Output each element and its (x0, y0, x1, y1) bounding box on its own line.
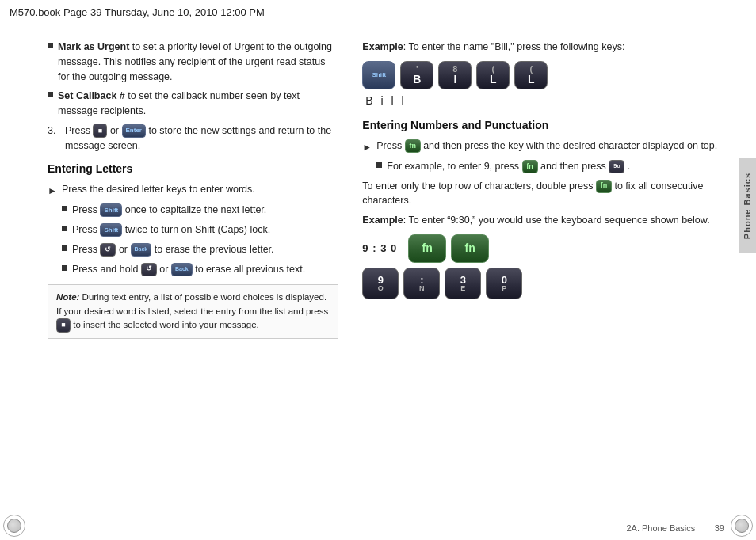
big-key-9o-bot: O (378, 285, 384, 292)
note-text-1: During text entry, a list of possible wo… (56, 292, 328, 315)
nine-o-key: 9o (609, 160, 624, 173)
arrow-text-1: Press the desired letter keys to enter w… (62, 182, 255, 197)
bullet-sq-s3 (62, 245, 67, 251)
sub-bullet-erase-prev: Press ↺ or Back to erase the previous le… (62, 242, 338, 257)
big-key-colon-bot: N (419, 285, 425, 292)
back-arrow-key-1: ↺ (100, 243, 116, 257)
main-content: Mark as Urgent to set a priority level o… (0, 25, 739, 515)
right-column: Example: To enter the name "Bill," press… (354, 33, 739, 507)
big-key-3e-top: 3 (460, 275, 466, 285)
bill-keys-row: Shift ' B 8 I ( L ( L (362, 61, 723, 89)
note-text-2: to insert the selected word into your me… (73, 320, 259, 329)
sub-bullets: Press Shift once to capitalize the next … (48, 203, 338, 276)
bullet-callback-bold: Set Callback # (58, 90, 125, 101)
double-press-fn-para: To enter only the top row of characters,… (362, 179, 723, 209)
shift-key-twice: Shift (100, 223, 122, 237)
big-key-3e: 3 E (445, 268, 481, 299)
step-3-text: Press ■ or Enter to store the new settin… (65, 124, 338, 154)
bill-display: B i l l (365, 93, 723, 109)
step-3-square-key: ■ (93, 124, 107, 138)
bullet-sq-fn (376, 162, 382, 168)
bill-key-b-main: B (413, 74, 421, 85)
shift-key-once: Shift (100, 203, 122, 217)
bill-key-b: ' B (400, 61, 433, 89)
step-3-press: Press (65, 125, 90, 136)
side-tab-label: Phone Basics (743, 173, 752, 239)
fn-key-large-2: fn (451, 234, 489, 263)
header-bar: M570.book Page 39 Thursday, June 10, 201… (0, 0, 756, 25)
bullet-sq-s1 (62, 206, 67, 211)
example-bill-bold: Example (362, 41, 403, 52)
bill-key-l2-main: L (528, 74, 535, 85)
bullet-urgent-text: Mark as Urgent to set a priority level o… (58, 40, 338, 84)
bill-key-l1: ( L (476, 61, 510, 89)
big-key-colon-n: : N (403, 268, 440, 299)
big-key-colon-top: : (420, 275, 423, 285)
bill-key-i-main: I (453, 74, 456, 85)
arrow-item-1: ► Press the desired letter keys to enter… (48, 182, 338, 198)
big-key-9o: 9 O (362, 268, 399, 299)
bill-key-i: 8 I (438, 61, 472, 89)
back-key-1: Back (131, 243, 152, 257)
bullet-mark-urgent: Mark as Urgent to set a priority level o… (48, 40, 338, 84)
big-key-9o-top: 9 (378, 275, 384, 285)
arrow-sym-1: ► (48, 184, 57, 198)
seq-row-1: 9 : 3 0 fn fn (362, 234, 723, 263)
example-bill-rest: : To enter the name "Bill," press the fo… (403, 41, 625, 52)
sub-text-shift-once: Press Shift once to capitalize the next … (72, 203, 338, 218)
footer-section: 2A. Phone Basics (626, 523, 695, 533)
example-930-bold: Example (362, 215, 403, 226)
bullet-sq-s2 (62, 226, 67, 231)
bill-key-l2: ( L (514, 61, 548, 89)
fn-key-large-1: fn (408, 234, 446, 263)
bill-key-l1-main: L (490, 74, 497, 85)
seq-row-2: 9 O : N 3 E 0 P (362, 268, 723, 299)
step-3-number: 3. (48, 124, 65, 139)
footer-bar: 2A. Phone Basics 39 (0, 515, 756, 540)
note-square-key: ■ (56, 318, 71, 333)
sub-bullet-shift-twice: Press Shift twice to turn on Shift (Caps… (62, 222, 338, 238)
arrow-fn-text: Press fn and then press the key with the… (376, 139, 717, 154)
fn-key-inline-1: fn (405, 139, 421, 153)
shift-key-bill: Shift (362, 61, 395, 89)
footer-page: 39 (715, 523, 724, 533)
note-box: Note: During text entry, a list of possi… (48, 284, 338, 339)
shift-key-label: Shift (372, 72, 386, 78)
big-key-0p-top: 0 (502, 275, 507, 285)
section-entering-numbers: Entering Numbers and Punctuation (362, 117, 723, 134)
arrow-sym-fn: ► (362, 140, 372, 154)
bullet-sq-s4 (62, 265, 67, 271)
bullet-square (48, 43, 53, 48)
period-end: . (628, 161, 630, 172)
left-column: Mark as Urgent to set a priority level o… (0, 33, 354, 507)
side-tab: Phone Basics (739, 158, 756, 253)
big-key-0p-bot: P (502, 285, 506, 292)
arrow-item-fn: ► Press fn and then press the key with t… (362, 139, 723, 154)
sub-text-erase-prev: Press ↺ or Back to erase the previous le… (72, 242, 338, 257)
back-arrow-key-2: ↺ (141, 263, 157, 276)
note-label: Note: (56, 292, 79, 302)
sub-bullet-shift-once: Press Shift once to capitalize the next … (62, 203, 338, 218)
sub-bullet-erase-all: Press and hold ↺ or Back to erase all pr… (62, 262, 338, 277)
bullet-square-2 (48, 92, 53, 97)
example-bill-text: Example: To enter the name "Bill," press… (362, 40, 723, 55)
fn-sub-bullets: For example, to enter 9, press fn and th… (362, 159, 723, 174)
step-3: 3. Press ■ or Enter to store the new set… (48, 124, 338, 154)
section-entering-letters: Entering Letters (48, 161, 338, 177)
sub-text-fn-9: For example, to enter 9, press fn and th… (387, 159, 723, 174)
back-key-2: Back (171, 263, 193, 276)
big-key-3e-bot: E (460, 285, 465, 292)
header-title: M570.book Page 39 Thursday, June 10, 201… (10, 6, 265, 18)
time-display: 9 : 3 0 (362, 241, 397, 257)
bullet-set-callback: Set Callback # to set the callback numbe… (48, 89, 338, 119)
sub-text-shift-twice: Press Shift twice to turn on Shift (Caps… (72, 222, 338, 238)
example-930-text: Example: To enter “9:30,” you would use … (362, 213, 723, 228)
step-3-enter-key: Enter (122, 124, 146, 138)
fn-key-inline-2: fn (522, 160, 538, 173)
example-930-rest: : To enter “9:30,” you would use the key… (403, 215, 710, 226)
bullet-urgent-bold: Mark as Urgent (58, 41, 129, 52)
bullet-callback-text: Set Callback # to set the callback numbe… (58, 89, 338, 119)
big-key-0p: 0 P (486, 268, 522, 299)
sub-text-erase-all: Press and hold ↺ or Back to erase all pr… (72, 262, 338, 277)
sub-bullet-fn-9: For example, to enter 9, press fn and th… (376, 159, 723, 174)
